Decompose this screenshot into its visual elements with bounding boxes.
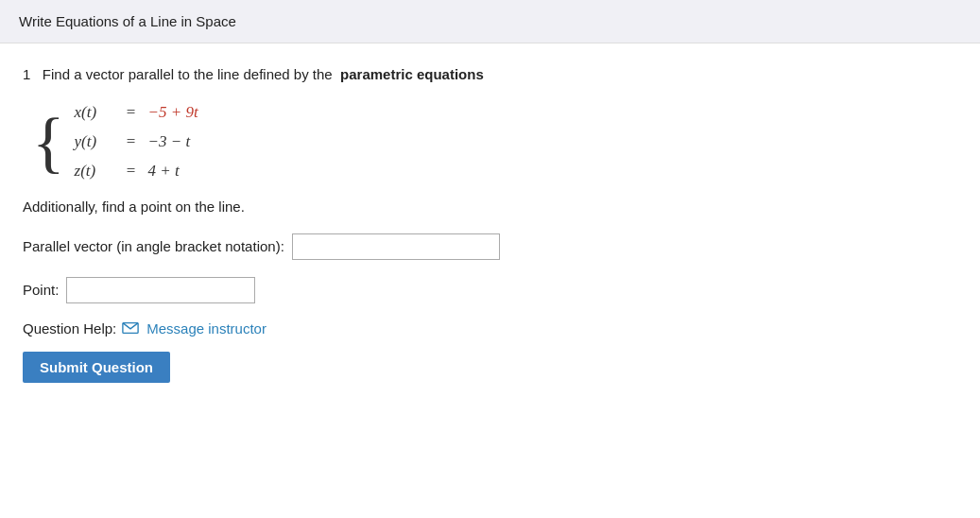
page-wrapper: Write Equations of a Line in Space 1 Fin… xyxy=(0,0,980,518)
eq-rhs-y: −3 − t xyxy=(148,129,191,156)
eq-var-z: z(t) xyxy=(75,158,114,185)
eq-var-x: x(t) xyxy=(75,99,114,127)
question-number: 1 xyxy=(23,66,30,82)
equation-row-z: z(t) = 4 + t xyxy=(75,158,198,185)
point-row: Point: xyxy=(23,277,847,303)
parallel-vector-input[interactable] xyxy=(292,233,500,260)
eq-equals-x: = xyxy=(124,99,139,127)
help-label: Question Help: xyxy=(23,320,116,337)
eq-equals-z: = xyxy=(124,158,139,185)
point-input[interactable] xyxy=(66,277,255,303)
equations-block: x(t) = −5 + 9t y(t) = −3 − t z(t) = 4 + … xyxy=(75,99,198,185)
submit-button[interactable]: Submit Question xyxy=(23,352,170,383)
mail-icon xyxy=(122,321,139,335)
equation-row-x: x(t) = −5 + 9t xyxy=(75,99,198,127)
eq-var-y: y(t) xyxy=(75,129,114,156)
parametric-system: { x(t) = −5 + 9t y(t) = −3 − t z(t) = xyxy=(32,99,847,185)
eq-rhs-x: −5 + 9t xyxy=(148,99,198,127)
question-text: 1 Find a vector parallel to the line def… xyxy=(23,66,847,82)
eq-equals-y: = xyxy=(124,129,139,156)
title-bar: Write Equations of a Line in Space xyxy=(0,0,980,43)
message-instructor-link[interactable]: Message instructor xyxy=(146,320,266,337)
point-label: Point: xyxy=(23,282,59,298)
question-help-row: Question Help: Message instructor xyxy=(23,320,847,337)
equation-row-y: y(t) = −3 − t xyxy=(75,129,198,156)
question-text-bold: parametric equations xyxy=(340,66,484,82)
eq-rhs-z: 4 + t xyxy=(148,158,180,185)
page-title: Write Equations of a Line in Space xyxy=(19,13,236,29)
parallel-vector-row: Parallel vector (in angle bracket notati… xyxy=(23,233,847,260)
parallel-vector-label: Parallel vector (in angle bracket notati… xyxy=(23,238,284,254)
main-content: 1 Find a vector parallel to the line def… xyxy=(0,43,869,406)
question-text-part1: Find a vector parallel to the line defin… xyxy=(43,66,333,82)
additionally-text: Additionally, find a point on the line. xyxy=(23,199,847,215)
left-brace: { xyxy=(32,108,65,176)
